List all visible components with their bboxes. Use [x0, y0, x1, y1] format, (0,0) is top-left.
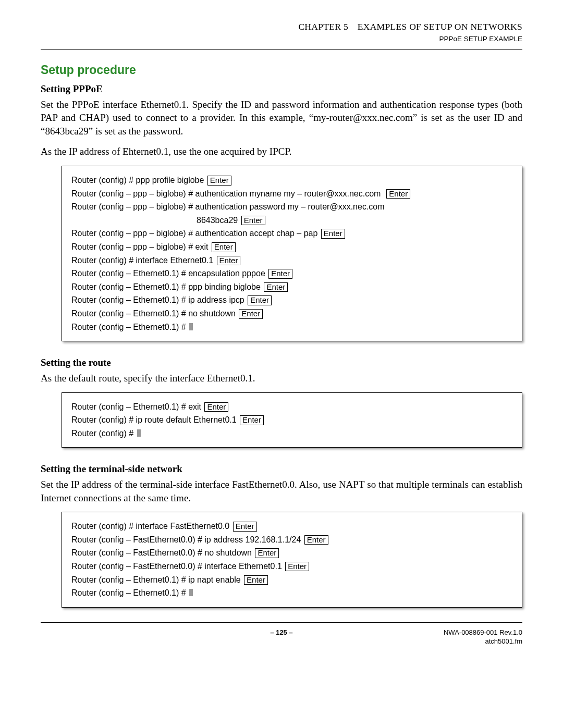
enter-key: Enter: [285, 562, 309, 572]
code-line: Router (config) # ip route default Ether…: [71, 413, 512, 427]
code-line: Router (config – Ethernet0.1) # ip addre…: [71, 293, 512, 307]
code-text: Router (config – Ethernet0.1) # encapsul…: [71, 269, 265, 278]
doc-file: atch5001.fm: [418, 637, 522, 646]
footer-right: NWA-008869-001 Rev.1.0 atch5001.fm: [418, 628, 522, 646]
enter-key: Enter: [241, 216, 265, 226]
code-text: Router (config) # ppp profile biglobe: [71, 176, 204, 184]
code-line: Router (config) # interface FastEthernet…: [71, 520, 512, 533]
enter-key: Enter: [207, 176, 231, 186]
code-line: Router (config – FastEthernet0.0) # inte…: [71, 560, 512, 573]
code-text: Router (config) # ip route default Ether…: [71, 415, 237, 424]
paragraph: As the default route, specify the interf…: [41, 372, 522, 385]
enter-key: Enter: [268, 269, 292, 279]
code-text: Router (config – Ethernet0.1) # ppp bind…: [71, 282, 261, 291]
code-text: Router (config) #: [71, 429, 136, 438]
code-line: Router (config – ppp – biglobe) # authen…: [71, 187, 512, 201]
code-text: Router (config – ppp – biglobe) # exit: [71, 242, 208, 251]
cursor: [189, 323, 193, 330]
code-line: Router (config – ppp – biglobe) # exit E…: [71, 240, 512, 254]
code-text: Router (config – Ethernet0.1) # no shutd…: [71, 309, 236, 318]
code-line: Router (config) # ppp profile biglobe En…: [71, 174, 512, 187]
code-box-pppoe: Router (config) # ppp profile biglobe En…: [62, 166, 522, 341]
paragraph: Set the PPPoE interface Ethernet0.1. Spe…: [41, 98, 522, 138]
paragraph: As the IP address of Ehternet0.1, use th…: [41, 145, 522, 158]
code-box-route: Router (config – Ethernet0.1) # exit Ent…: [62, 392, 522, 448]
code-line: Router (config – Ethernet0.1) # encapsul…: [71, 267, 512, 280]
page-number: – 125 –: [145, 628, 418, 637]
cursor: [189, 589, 193, 596]
code-box-terminal: Router (config) # interface FastEthernet…: [62, 512, 522, 608]
code-line: Router (config – ppp – biglobe) # authen…: [71, 227, 512, 240]
code-text: Router (config – Ethernet0.1) # exit: [71, 402, 201, 411]
enter-key: Enter: [212, 242, 236, 252]
footer-rule: [41, 622, 522, 623]
enter-key: Enter: [240, 415, 264, 425]
doc-number: NWA-008869-001 Rev.1.0: [418, 628, 522, 637]
code-text: Router (config – FastEthernet0.0) # no s…: [71, 548, 252, 557]
code-line: Router (config – Ethernet0.1) #: [71, 586, 512, 600]
code-line: Router (config – Ethernet0.1) # ip napt …: [71, 573, 512, 587]
code-line: Router (config – FastEthernet0.0) # no s…: [71, 546, 512, 560]
code-text: Router (config – FastEthernet0.0) # inte…: [71, 562, 282, 571]
enter-key: Enter: [321, 229, 345, 239]
code-text: Router (config) # interface Ethernet0.1: [71, 256, 213, 265]
code-line: Router (config – FastEthernet0.0) # ip a…: [71, 533, 512, 547]
section-label: PPPoE SETUP EXAMPLE: [41, 34, 522, 44]
code-line: Router (config – ppp – biglobe) # authen…: [71, 200, 512, 214]
code-line: 8643bca29 Enter: [71, 214, 512, 227]
code-text: Router (config) # interface FastEthernet…: [71, 522, 229, 530]
code-text: Router (config – ppp – biglobe) # authen…: [71, 189, 381, 198]
code-text: Router (config – FastEthernet0.0) # ip a…: [71, 535, 301, 544]
code-line: Router (config) # interface Ethernet0.1 …: [71, 254, 512, 267]
enter-key: Enter: [204, 402, 228, 412]
code-line: Router (config – Ethernet0.1) # no shutd…: [71, 307, 512, 320]
code-line: Router (config – Ethernet0.1) # ppp bind…: [71, 280, 512, 294]
code-text: Router (config – ppp – biglobe) # authen…: [71, 229, 317, 238]
enter-key: Enter: [217, 256, 241, 266]
enter-key: Enter: [233, 522, 257, 532]
code-line: Router (config) #: [71, 427, 512, 440]
chapter-label: CHAPTER 5 EXAMPLES OF SETUP ON NETWORKS: [41, 21, 522, 33]
enter-key: Enter: [248, 295, 272, 305]
paragraph: Set the IP address of the terminal-side …: [41, 478, 522, 504]
enter-key: Enter: [255, 548, 279, 558]
subheading-pppoe: Setting PPPoE: [41, 82, 522, 96]
enter-key: Enter: [386, 189, 410, 199]
enter-key: Enter: [244, 575, 268, 585]
subheading-route: Setting the route: [41, 356, 522, 369]
main-heading: Setup procedure: [41, 62, 522, 78]
code-text: Router (config – Ethernet0.1) # ip napt …: [71, 575, 241, 584]
code-line: Router (config – Ethernet0.1) # exit Ent…: [71, 400, 512, 414]
enter-key: Enter: [264, 282, 288, 292]
code-line: Router (config – Ethernet0.1) #: [71, 320, 512, 334]
code-text: Router (config – ppp – biglobe) # authen…: [71, 202, 385, 211]
code-text: Router (config – Ethernet0.1) #: [71, 323, 188, 331]
header-rule: [41, 49, 522, 50]
code-text: Router (config – Ethernet0.1) #: [71, 588, 188, 597]
enter-key: Enter: [239, 309, 263, 319]
page-header: CHAPTER 5 EXAMPLES OF SETUP ON NETWORKS …: [41, 21, 522, 44]
page-footer: – 125 – NWA-008869-001 Rev.1.0 atch5001.…: [41, 628, 522, 646]
code-text: Router (config – Ethernet0.1) # ip addre…: [71, 295, 244, 304]
enter-key: Enter: [304, 535, 328, 545]
cursor: [137, 429, 141, 437]
subheading-terminal: Setting the terminal-side network: [41, 462, 522, 476]
code-text: 8643bca29: [71, 214, 238, 227]
